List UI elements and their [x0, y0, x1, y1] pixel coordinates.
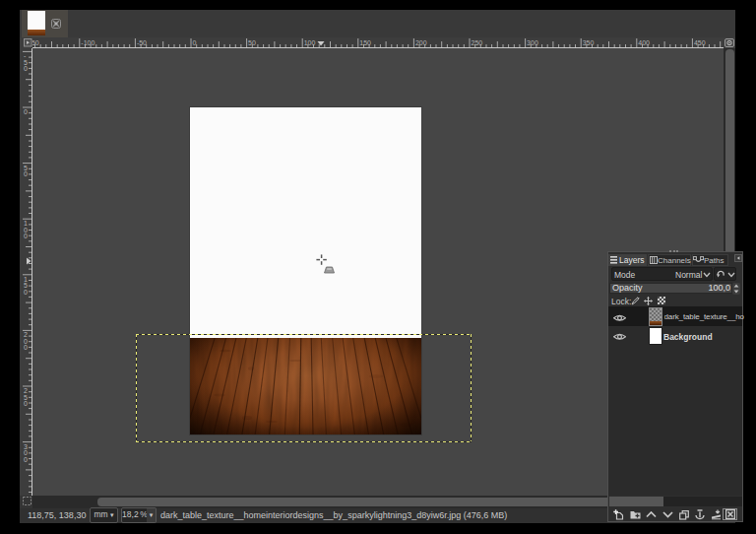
svg-text:0: 0	[24, 233, 28, 239]
svg-text:350: 350	[583, 39, 595, 46]
svg-text:0: 0	[193, 39, 197, 46]
svg-text:0: 0	[24, 65, 28, 72]
svg-text:0: 0	[24, 456, 28, 463]
svg-text:250: 250	[472, 39, 483, 46]
svg-text:300: 300	[527, 39, 538, 46]
svg-text:400: 400	[638, 39, 650, 46]
svg-text:0: 0	[24, 108, 28, 115]
svg-text:150: 150	[359, 39, 371, 46]
svg-text:200: 200	[415, 39, 427, 46]
svg-text:0: 0	[24, 400, 28, 407]
svg-text:-50: -50	[137, 39, 147, 46]
svg-text:450: 450	[694, 39, 706, 46]
svg-text:0: 0	[24, 344, 28, 351]
svg-text:100: 100	[304, 39, 316, 46]
svg-text:-100: -100	[81, 39, 94, 46]
svg-text:0: 0	[24, 289, 28, 296]
svg-text:0: 0	[24, 170, 28, 177]
svg-text:50: 50	[248, 39, 256, 46]
